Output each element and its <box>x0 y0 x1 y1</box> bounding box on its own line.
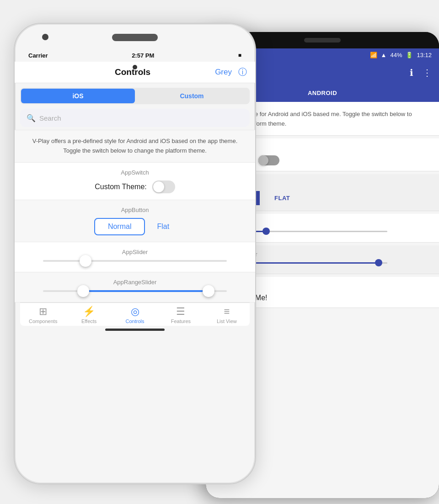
wifi-icon: 📶 <box>370 52 377 58</box>
effects-tab-label: Effects <box>81 318 96 324</box>
appswitch-label: AppSwitch <box>23 169 247 176</box>
ios-segment-control: iOS Custom <box>20 88 250 104</box>
iphone-camera <box>42 34 48 40</box>
effects-icon: ⚡ <box>83 307 95 317</box>
ios-range-thumb-right[interactable] <box>203 285 214 297</box>
tab-listview[interactable]: ≡ List View <box>204 307 250 324</box>
flat-button[interactable]: Flat <box>150 219 176 234</box>
tab-effects[interactable]: ⚡ Effects <box>66 307 112 324</box>
ios-slider-thumb[interactable] <box>80 255 91 267</box>
android-info-icon[interactable]: ℹ <box>410 67 413 78</box>
features-tab-label: Features <box>171 318 191 324</box>
appswitch-content: Custom Theme: <box>23 180 247 193</box>
android-time: 13:12 <box>417 52 432 58</box>
battery-percent: 44% <box>390 52 402 58</box>
controls-tab-label: Controls <box>126 318 145 324</box>
ios-rangeslider-section: AppRangeSlider <box>15 272 255 302</box>
ios-appswitch-section: AppSwitch Custom Theme: <box>15 163 255 200</box>
battery-icon: 🔋 <box>406 52 413 58</box>
ios-appbutton-section: AppButton Normal Flat <box>15 200 255 242</box>
listview-tab-label: List View <box>217 318 237 324</box>
components-icon: ⊞ <box>39 307 47 317</box>
tab-components[interactable]: ⊞ Components <box>20 307 66 324</box>
ios-segment-ios[interactable]: iOS <box>21 89 135 103</box>
android-slider-thumb[interactable] <box>262 228 270 235</box>
appbutton-content: Normal Flat <box>23 218 247 235</box>
home-indicator <box>105 329 165 331</box>
ios-nav-right: Grey ⓘ <box>215 66 247 78</box>
components-tab-label: Components <box>29 318 57 324</box>
iphone-frame: Carrier 2:57 PM ■ Controls Grey ⓘ iOS Cu… <box>14 23 256 484</box>
ios-tab-bar: ⊞ Components ⚡ Effects ◎ Controls ☰ Feat… <box>20 302 250 326</box>
custom-theme-label: Custom Theme: <box>95 183 147 191</box>
ios-range-track[interactable] <box>43 290 227 292</box>
features-icon: ☰ <box>176 307 185 317</box>
iphone-speaker <box>112 34 158 41</box>
battery-icon: ■ <box>238 52 241 58</box>
ios-range-thumb-left[interactable] <box>77 285 89 297</box>
appbutton-label: AppButton <box>23 207 247 213</box>
listview-icon: ≡ <box>224 307 230 317</box>
ios-theme-switch[interactable] <box>152 180 175 193</box>
info-icon[interactable]: ⓘ <box>238 66 247 78</box>
signal-icon: ▲ <box>381 52 387 58</box>
appslider-label: AppSlider <box>23 249 247 255</box>
search-input-placeholder[interactable]: Search <box>39 114 243 122</box>
ios-description: V-Play offers a pre-defined style for An… <box>15 130 255 163</box>
iphone-dot <box>133 65 137 69</box>
iphone-status-bar: Carrier 2:57 PM ■ <box>15 49 255 62</box>
android-theme-switch[interactable] <box>258 155 279 165</box>
tab-features[interactable]: ☰ Features <box>158 307 203 324</box>
android-app-icons: ℹ ⋮ <box>410 67 432 78</box>
ios-time: 2:57 PM <box>132 52 154 59</box>
grey-button[interactable]: Grey <box>215 68 232 77</box>
tab-controls[interactable]: ◎ Controls <box>112 307 158 324</box>
ios-appslider-section: AppSlider <box>15 242 255 272</box>
android-flat-button[interactable]: FLAT <box>265 191 299 205</box>
ios-range-fill <box>83 290 208 292</box>
android-speaker <box>304 38 341 42</box>
ios-slider-track[interactable] <box>43 260 227 262</box>
apprangeslider-label: AppRangeSlider <box>23 279 247 286</box>
android-more-icon[interactable]: ⋮ <box>423 67 432 78</box>
controls-icon: ◎ <box>131 307 139 317</box>
ios-search-bar: 🔍 Search <box>20 109 250 127</box>
ios-segment-custom[interactable]: Custom <box>135 89 249 103</box>
search-icon: 🔍 <box>27 114 36 122</box>
normal-button[interactable]: Normal <box>94 218 145 235</box>
ios-nav-title: Controls <box>115 67 150 77</box>
carrier-label: Carrier <box>28 52 48 59</box>
android-range-thumb-right[interactable] <box>375 259 382 266</box>
